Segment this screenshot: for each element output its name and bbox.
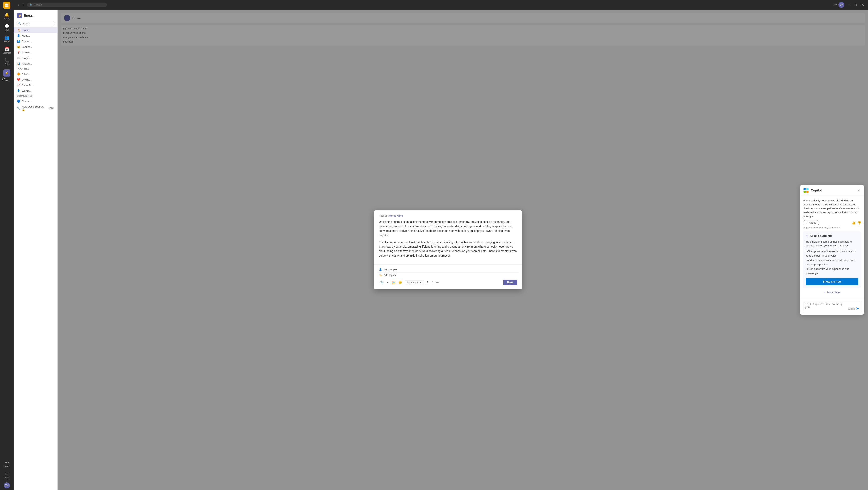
calendar-label: Calendar <box>3 52 11 54</box>
sidebar-app-title: Enga... <box>24 14 34 18</box>
sidebar-item-giving[interactable]: ❤️ Giving... <box>13 77 57 82</box>
sidebar-item-sales[interactable]: 📈 Sales M... <box>13 82 57 88</box>
nav-viva-engage[interactable]: ⚡ Viva Engage <box>1 67 13 83</box>
all-co-icon: 🔶 <box>17 72 20 75</box>
answers-label: Answe... <box>22 51 32 54</box>
search-icon: 🔍 <box>18 22 21 25</box>
search-icon: 🔍 <box>29 3 33 6</box>
sidebar-item-women[interactable]: 👤 Wome... <box>13 88 57 94</box>
activity-icon: 🔔 <box>4 12 9 17</box>
sidebar-item-storyline[interactable]: 📖 Storyli... <box>13 55 57 61</box>
communities-section-label: Communities <box>13 94 57 98</box>
nav-activity[interactable]: 🔔 Activity <box>1 10 13 22</box>
communities-icon: 👥 <box>17 39 20 43</box>
sidebar-search[interactable]: 🔍 Search <box>16 21 55 26</box>
sidebar-item-leadership[interactable]: 👑 Leader... <box>13 44 57 50</box>
svg-rect-0 <box>5 4 7 5</box>
svg-rect-2 <box>5 5 7 7</box>
main-content: Home nge with people across Express your… <box>58 9 291 163</box>
favorites-section-label: Favorites <box>13 66 57 71</box>
engage-logo: ⚡ <box>17 13 22 19</box>
app-bar: 🔔 Activity 💬 Chat 👥 Teams 📅 Calendar 📞 C… <box>0 0 13 163</box>
sidebar-item-all-co[interactable]: 🔶 All co... <box>13 71 57 77</box>
communities-nav-label: Comm... <box>22 40 32 43</box>
viva-engage-sidebar: ⚡ Enga... 🔍 Search 🏠 Home 👤 Mona... 👥 Co… <box>13 9 58 163</box>
sidebar-item-home[interactable]: 🏠 Home <box>13 27 57 33</box>
nav-teams[interactable]: 👥 Teams <box>1 33 13 44</box>
nav-calls[interactable]: 📞 Calls <box>1 56 13 67</box>
nav-arrows: ‹ › <box>16 2 25 7</box>
conne-icon: 🔵 <box>17 100 20 103</box>
sales-label: Sales M... <box>22 84 33 87</box>
forward-button[interactable]: › <box>21 2 25 7</box>
helpdesk-label: Help Desk Support 🔒 <box>22 105 47 111</box>
svg-rect-3 <box>7 5 8 7</box>
analytics-label: Analyti... <box>22 62 32 65</box>
sales-icon: 📈 <box>17 84 20 87</box>
sidebar-item-communities[interactable]: 👥 Comm... <box>13 38 57 44</box>
nav-calendar[interactable]: 📅 Calendar <box>1 44 13 56</box>
women-label: Wome... <box>22 89 31 92</box>
helpdesk-badge: 20+ <box>49 107 54 109</box>
home-icon: 🏠 <box>18 28 21 32</box>
viva-engage-icon: ⚡ <box>3 69 10 76</box>
sidebar-item-answers[interactable]: ❓ Answe... <box>13 50 57 55</box>
all-co-label: All co... <box>22 72 30 75</box>
mona-label: Mona... <box>22 34 30 37</box>
sidebar-header: ⚡ Enga... <box>13 11 57 20</box>
search-bar[interactable]: 🔍 <box>27 3 107 7</box>
chat-icon: 💬 <box>4 24 9 29</box>
nav-chat[interactable]: 💬 Chat <box>1 22 13 33</box>
svg-rect-1 <box>7 4 8 5</box>
calls-label: Calls <box>5 63 9 65</box>
modal-overlay[interactable] <box>58 9 291 163</box>
giving-icon: ❤️ <box>17 78 20 81</box>
giving-label: Giving... <box>22 78 31 81</box>
sidebar-item-helpdesk[interactable]: 🔧 Help Desk Support 🔒 20+ <box>13 104 57 112</box>
calendar-icon: 📅 <box>4 46 9 52</box>
search-input[interactable] <box>34 3 104 6</box>
leadership-icon: 👑 <box>17 45 20 48</box>
app-logo <box>3 2 10 9</box>
calls-icon: 📞 <box>4 58 9 63</box>
activity-label: Activity <box>4 18 10 20</box>
viva-engage-label: Viva Engage <box>2 77 12 81</box>
teams-icon: 👥 <box>4 35 9 40</box>
storyline-label: Storyli... <box>22 57 31 60</box>
sidebar-item-analytics[interactable]: 📊 Analyti... <box>13 61 57 66</box>
analytics-icon: 📊 <box>17 62 20 65</box>
leadership-label: Leader... <box>22 45 32 48</box>
conne-label: Conne... <box>22 100 32 103</box>
women-icon: 👤 <box>17 89 20 92</box>
storyline-icon: 📖 <box>17 56 20 60</box>
person-icon: 👤 <box>17 34 20 37</box>
back-button[interactable]: ‹ <box>16 2 20 7</box>
helpdesk-icon: 🔧 <box>17 106 20 110</box>
chat-label: Chat <box>5 29 9 31</box>
top-bar: ‹ › 🔍 ••• MK ─ □ ✕ <box>13 0 291 9</box>
answers-icon: ❓ <box>17 51 20 54</box>
sidebar-item-mona[interactable]: 👤 Mona... <box>13 33 57 38</box>
sidebar-item-conne[interactable]: 🔵 Conne... <box>13 98 57 104</box>
home-label: Home <box>22 29 29 32</box>
teams-label: Teams <box>4 40 9 42</box>
